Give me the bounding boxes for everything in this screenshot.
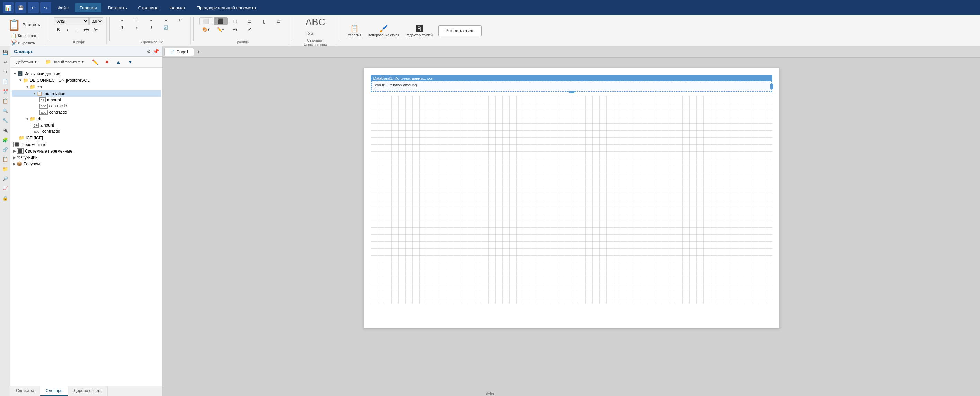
tree-item-contractid-1[interactable]: abc contractid: [12, 103, 161, 109]
expand-triu2-icon[interactable]: ▼: [25, 117, 29, 121]
tree-item-resources[interactable]: ▶ 📦 Ресурсы: [12, 161, 161, 167]
tree-item-triu-relation[interactable]: ▼ 📋 triu_relation: [12, 90, 161, 97]
rotate-button[interactable]: 🔄: [159, 25, 173, 30]
tree-item-contractid-2[interactable]: abc contractid: [12, 109, 161, 115]
border-fill-button[interactable]: ⬛: [214, 18, 228, 25]
report-canvas[interactable]: DataBand1: Источник данных: con {con.tri…: [163, 57, 980, 396]
edit-button[interactable]: ✏️: [90, 58, 100, 66]
remove-button[interactable]: ✖: [103, 58, 111, 66]
tab-properties[interactable]: Свойства: [10, 386, 40, 396]
redo-icon[interactable]: ↪: [40, 2, 51, 13]
expand-dbconn-icon[interactable]: ▼: [19, 78, 22, 82]
expand-resources-icon[interactable]: ▶: [13, 162, 16, 166]
side-icon-6[interactable]: 📋: [1, 96, 10, 105]
side-icon-2[interactable]: ↩: [1, 57, 10, 67]
border-l-button[interactable]: ▭: [243, 18, 257, 25]
border-r-button[interactable]: ▯: [258, 18, 271, 25]
side-icon-14[interactable]: 🔎: [1, 174, 10, 183]
actions-button[interactable]: Действия ▼: [13, 59, 40, 65]
side-icon-3[interactable]: ↪: [1, 67, 10, 76]
valign-mid-button[interactable]: ↕: [130, 25, 144, 30]
tree-item-amount-1[interactable]: c+ amount: [12, 97, 161, 103]
expand-borders-button[interactable]: ⤢: [243, 26, 257, 33]
menu-file[interactable]: Файл: [52, 3, 73, 13]
font-size-select[interactable]: 8.0: [89, 18, 103, 25]
tree-item-triu[interactable]: ▼ 📁 triu: [12, 115, 161, 122]
expand-sysvars-icon[interactable]: ▶: [13, 149, 16, 153]
menu-page[interactable]: Страница: [134, 3, 164, 13]
tree-item-dbconnection[interactable]: ▼ 📁 DB.CONNECTION [PostgreSQL]: [12, 77, 161, 83]
side-icon-10[interactable]: 🧩: [1, 135, 10, 144]
menu-insert[interactable]: Вставить: [103, 3, 132, 13]
side-icon-1[interactable]: 💾: [1, 48, 10, 57]
tab-page1[interactable]: 📄 Page1: [164, 48, 194, 56]
italic-button[interactable]: I: [64, 26, 72, 33]
tree-item-con[interactable]: ▼ 📁 con: [12, 83, 161, 90]
line-style-button[interactable]: ━▾: [228, 26, 242, 33]
strikethrough-button[interactable]: ab: [82, 26, 91, 33]
tab-add-button[interactable]: +: [195, 48, 203, 56]
fill-color-button[interactable]: 🎨▾: [199, 26, 213, 33]
new-item-button[interactable]: 📁 Новый элемент ▼: [42, 58, 88, 66]
style-editor-button[interactable]: 🅰 Редактор стилей: [404, 23, 435, 38]
side-icon-12[interactable]: 📋: [1, 155, 10, 164]
tree-item-amount-2[interactable]: c+ amount: [12, 122, 161, 128]
tab-report-tree[interactable]: Дерево отчета: [68, 386, 108, 396]
tab-dictionary[interactable]: Словарь: [40, 386, 68, 396]
border-t-button[interactable]: ▱: [272, 18, 286, 25]
tree-item-sysvars[interactable]: ▶ ⬛ Системные переменные: [12, 148, 161, 154]
cut-button[interactable]: ✂️ Вырезать: [9, 40, 41, 46]
tree-item-datasources[interactable]: ▼ 🗄️ Источники данных: [12, 70, 161, 77]
side-icon-13[interactable]: 📁: [1, 164, 10, 173]
indent-button[interactable]: ↵: [173, 18, 188, 23]
move-up-button[interactable]: ▲: [114, 58, 123, 66]
tree-item-functions[interactable]: ▶ fx Функции: [12, 154, 161, 161]
border-b-button[interactable]: □: [228, 18, 242, 25]
undo-icon[interactable]: ↩: [28, 2, 39, 13]
expand-functions-icon[interactable]: ▶: [13, 156, 16, 160]
bold-button[interactable]: B: [54, 26, 62, 33]
side-icon-7[interactable]: 🔍: [1, 106, 10, 115]
side-icon-5[interactable]: ✂️: [1, 87, 10, 96]
app-icon[interactable]: 📊: [3, 2, 14, 13]
font-color-button[interactable]: A▾: [91, 27, 100, 33]
align-left-button[interactable]: ≡: [115, 18, 129, 23]
dict-pin-icon[interactable]: 📌: [153, 48, 159, 54]
valign-bot-button[interactable]: ⬇: [145, 25, 158, 30]
conditions-button[interactable]: 📋 Условия: [345, 23, 364, 38]
side-icon-16[interactable]: 🔒: [1, 193, 10, 203]
align-center-button[interactable]: ☰: [130, 18, 144, 23]
expand-triu-icon[interactable]: ▼: [33, 91, 36, 95]
copy-style-button[interactable]: 🖌️ Копирование стиля: [366, 23, 401, 38]
resize-handle-bottom[interactable]: [569, 91, 574, 93]
tree-item-ice[interactable]: 📁 ICE [ICE]: [12, 134, 161, 141]
menu-preview[interactable]: Предварительный просмотр: [192, 3, 261, 13]
move-down-button[interactable]: ▼: [126, 58, 135, 66]
border-full-button[interactable]: ⬜: [199, 18, 213, 25]
save-icon[interactable]: 💾: [15, 2, 26, 13]
tree-item-variables[interactable]: ⬛ Переменные: [12, 141, 161, 148]
paste-button[interactable]: 📋 Вставить: [6, 18, 42, 32]
side-icon-9[interactable]: 🔌: [1, 126, 10, 134]
align-justify-button[interactable]: ≡: [159, 18, 173, 23]
align-right-button[interactable]: ≡: [145, 18, 158, 23]
data-band[interactable]: DataBand1: Источник данных: con {con.tri…: [371, 75, 773, 92]
valign-top-button[interactable]: ⬆: [115, 25, 129, 30]
expand-datasources-icon[interactable]: ▼: [13, 72, 17, 76]
resize-handle-right[interactable]: [770, 83, 773, 89]
underline-button[interactable]: U: [73, 26, 81, 33]
side-icon-15[interactable]: 📈: [1, 184, 10, 193]
dict-settings-icon[interactable]: ⚙: [146, 48, 151, 54]
choose-style-button[interactable]: Выбрать стиль: [438, 25, 482, 37]
expand-con-icon[interactable]: ▼: [25, 85, 29, 89]
font-name-select[interactable]: Arial: [54, 18, 89, 25]
menu-home[interactable]: Главная: [75, 3, 102, 13]
data-band-content[interactable]: {con.triu_relation.amount}: [371, 81, 772, 91]
side-icon-11[interactable]: 🔗: [1, 145, 10, 154]
side-icon-8[interactable]: 🔧: [1, 116, 10, 125]
tree-item-contractid-3[interactable]: abc contractid: [12, 128, 161, 134]
copy-button[interactable]: 📋 Копировать: [9, 32, 41, 39]
side-icon-4[interactable]: 📄: [1, 77, 10, 86]
menu-format[interactable]: Формат: [165, 3, 190, 13]
line-color-button[interactable]: ✏️▾: [214, 26, 228, 33]
